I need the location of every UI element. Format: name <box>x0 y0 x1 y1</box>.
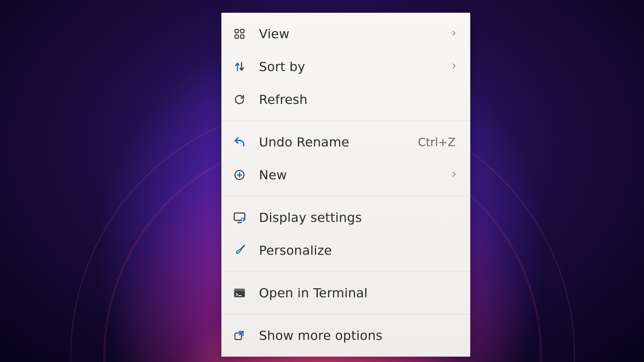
refresh-icon <box>233 93 246 106</box>
menu-item-display-settings[interactable]: Display settings <box>221 201 470 234</box>
menu-item-view[interactable]: View <box>221 17 470 50</box>
menu-item-label: Sort by <box>259 59 450 74</box>
menu-item-label: New <box>259 168 450 182</box>
menu-item-undo-rename[interactable]: Undo Rename Ctrl+Z <box>221 126 470 159</box>
svg-rect-1 <box>240 29 244 33</box>
menu-item-label: Display settings <box>259 210 459 225</box>
menu-group: Show more options <box>221 314 470 357</box>
terminal-icon <box>233 286 246 300</box>
desktop-context-menu: View Sort by Refresh <box>221 13 470 357</box>
chevron-right-icon <box>450 171 459 179</box>
sort-icon <box>233 60 246 73</box>
menu-group: Open in Terminal <box>221 272 470 314</box>
plus-circle-icon <box>233 168 246 182</box>
menu-item-label: Undo Rename <box>259 135 418 149</box>
menu-group: View Sort by Refresh <box>221 13 470 121</box>
menu-item-sort-by[interactable]: Sort by <box>221 50 470 83</box>
menu-item-label: Open in Terminal <box>259 286 459 300</box>
undo-icon <box>233 135 246 149</box>
chevron-right-icon <box>450 62 459 71</box>
chevron-right-icon <box>450 29 459 38</box>
menu-item-label: Show more options <box>259 328 459 343</box>
expand-icon <box>233 329 246 342</box>
paintbrush-icon <box>233 244 246 257</box>
desktop[interactable]: View Sort by Refresh <box>0 0 644 362</box>
menu-group: Undo Rename Ctrl+Z New <box>221 121 470 196</box>
svg-rect-2 <box>235 35 239 39</box>
svg-rect-0 <box>235 29 239 33</box>
menu-item-label: Personalize <box>259 243 459 258</box>
menu-item-open-in-terminal[interactable]: Open in Terminal <box>221 277 470 309</box>
menu-item-personalize[interactable]: Personalize <box>221 234 470 267</box>
menu-item-label: Refresh <box>259 92 459 107</box>
menu-item-refresh[interactable]: Refresh <box>221 83 470 116</box>
menu-item-shortcut: Ctrl+Z <box>418 135 455 149</box>
menu-item-show-more-options[interactable]: Show more options <box>221 319 470 352</box>
menu-item-new[interactable]: New <box>221 159 470 191</box>
grid-icon <box>233 27 246 41</box>
svg-rect-3 <box>240 35 244 39</box>
menu-item-label: View <box>259 26 450 41</box>
display-settings-icon <box>233 211 246 224</box>
svg-rect-8 <box>234 289 245 291</box>
menu-group: Display settings Personalize <box>221 196 470 272</box>
